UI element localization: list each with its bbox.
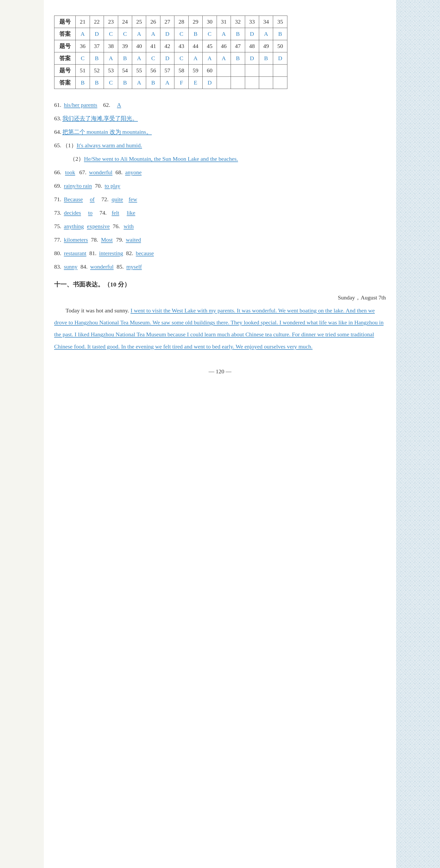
section-title: 十一、书面表达。（10 分） [54, 280, 386, 288]
q65-2-label: （2） [70, 153, 84, 165]
q65-2-answer: He/She went to Ali Mountain, the Sun Moo… [84, 153, 238, 165]
q68-number: 68. [115, 167, 123, 178]
ans-28: C [175, 28, 188, 40]
essay-intro: Today it was hot and sunny. [66, 307, 129, 314]
ans-48: D [245, 52, 259, 65]
ans-empty-2 [231, 77, 245, 89]
ans-32: B [231, 28, 245, 40]
num-26: 26 [146, 16, 160, 28]
q78-number: 78. [91, 234, 98, 246]
q85-answer: myself [125, 261, 143, 273]
q63-row: 63. 我们还去了海滩,享受了阳光。 [54, 113, 386, 124]
num-40: 40 [132, 40, 146, 52]
ans-41: C [146, 52, 160, 65]
q71-number: 71. [54, 194, 61, 205]
ans-44: A [188, 52, 202, 65]
ans-24: C [118, 28, 132, 40]
q64-number: 64. [54, 126, 61, 138]
q72-number: 72. [101, 194, 108, 205]
num-52: 52 [90, 65, 104, 77]
ans-59: E [188, 77, 202, 89]
label-daan-3: 答案 [55, 77, 76, 89]
num-empty-4 [259, 65, 273, 77]
ans-60: D [202, 77, 217, 89]
ans-empty-3 [245, 77, 259, 89]
num-37: 37 [90, 40, 104, 52]
q84-number: 84. [81, 261, 88, 273]
ans-26: A [146, 28, 160, 40]
q71-q72-row: 71. Because of 72. quite few [54, 194, 386, 205]
num-49: 49 [259, 40, 273, 52]
ans-51: B [76, 77, 90, 89]
ans-empty-1 [217, 77, 231, 89]
num-39: 39 [118, 40, 132, 52]
q61-number: 61. [54, 99, 61, 111]
label-tihao-3: 题号 [55, 65, 76, 77]
essay-body: Today it was hot and sunny. I went to vi… [54, 305, 386, 352]
q64-row: 64. 把第二个 mountain 改为 mountains。 [54, 126, 386, 138]
num-48: 48 [245, 40, 259, 52]
q62-answer: A [111, 99, 127, 111]
q83-q85-row: 83. sunny 84. wonderful 85. myself [54, 261, 386, 273]
ans-31: A [217, 28, 231, 40]
ans-54: B [118, 77, 132, 89]
q76-number: 76. [113, 221, 120, 232]
q65-number: 65. [54, 140, 61, 151]
q75-number: 75. [54, 221, 61, 232]
ans-21: A [76, 28, 90, 40]
q74-answer1: felt [107, 207, 123, 219]
num-57: 57 [160, 65, 174, 77]
q69-number: 69. [54, 180, 61, 192]
ans-56: B [146, 77, 160, 89]
q72-answer2: few [125, 194, 141, 205]
num-41: 41 [146, 40, 160, 52]
answer-table: 题号 21 22 23 24 25 26 27 28 29 30 31 32 3… [54, 16, 287, 89]
q69-q70-row: 69. rainy/to rain 70. to play [54, 180, 386, 192]
ans-45: A [202, 52, 217, 65]
num-59: 59 [188, 65, 202, 77]
num-23: 23 [104, 16, 118, 28]
num-43: 43 [175, 40, 188, 52]
essay-date: Sunday，August 7th [54, 294, 386, 302]
q62-number: 62. [103, 99, 111, 111]
q67-answer: wonderful [88, 167, 114, 178]
q75-answer2: expensive [86, 221, 112, 232]
ans-39: B [118, 52, 132, 65]
ans-empty-5 [273, 77, 287, 89]
q82-number: 82. [126, 248, 133, 259]
q68-answer: anyone [124, 167, 143, 178]
num-47: 47 [231, 40, 245, 52]
label-tihao-1: 题号 [55, 16, 76, 28]
num-29: 29 [188, 16, 202, 28]
q70-number: 70. [95, 180, 102, 192]
q76-answer: with [121, 221, 136, 232]
ans-30: C [202, 28, 217, 40]
q82-answer: because [134, 248, 155, 259]
num-24: 24 [118, 16, 132, 28]
ans-33: D [245, 28, 259, 40]
ans-42: D [160, 52, 174, 65]
num-53: 53 [104, 65, 118, 77]
q77-number: 77. [54, 234, 61, 246]
q83-number: 83. [54, 261, 61, 273]
q84-answer: wonderful [89, 261, 115, 273]
q63-number: 63. [54, 113, 61, 124]
q75-answer1: anything [62, 221, 86, 232]
ans-43: C [175, 52, 188, 65]
num-54: 54 [118, 65, 132, 77]
q64-answer: 把第二个 mountain 改为 mountains。 [62, 126, 152, 138]
num-empty-1 [217, 65, 231, 77]
num-50: 50 [273, 40, 287, 52]
num-32: 32 [231, 16, 245, 28]
q61-q62-row: 61. his/her parents 62. A [54, 99, 386, 111]
q79-number: 79. [116, 234, 123, 246]
ans-46: A [217, 52, 231, 65]
num-empty-5 [273, 65, 287, 77]
q73-q74-row: 73. decides to 74. felt like [54, 207, 386, 219]
num-36: 36 [76, 40, 90, 52]
num-28: 28 [175, 16, 188, 28]
ans-53: C [104, 77, 118, 89]
q81-answer: interesting [97, 248, 125, 259]
q66-answer: took [62, 167, 78, 178]
page-number: — 120 — [54, 368, 386, 375]
